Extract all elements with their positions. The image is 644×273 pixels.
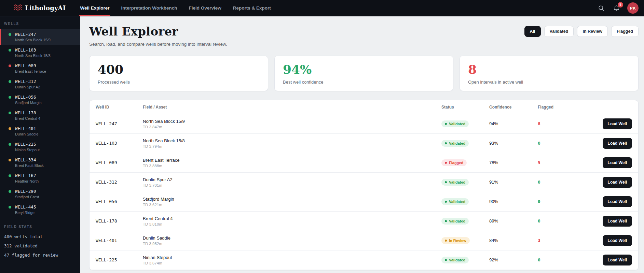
filter-button[interactable]: All xyxy=(524,26,541,37)
sidebar-well-item[interactable]: WELL-225 Ninian Stepout xyxy=(0,139,80,155)
well-meta: WELL-178 Brent Central 4 xyxy=(15,110,40,120)
filter-button[interactable]: In Review xyxy=(577,26,608,37)
load-well-button[interactable]: Load Well xyxy=(603,216,632,227)
cell-action: Load Well xyxy=(599,138,632,149)
nav-item[interactable]: Reports & Export xyxy=(233,0,271,16)
cell-confidence: 84% xyxy=(489,238,538,243)
well-status-dot xyxy=(9,174,11,177)
sidebar-well-item[interactable]: WELL-089 Brent East Terrace xyxy=(0,60,80,76)
cell-status: Validated xyxy=(441,178,489,186)
field-stat-line: 312 validated xyxy=(4,241,76,250)
notifications-button[interactable]: 8 xyxy=(612,3,621,13)
cell-confidence: 92% xyxy=(489,257,538,262)
page-header: Well Explorer Search, load, and compare … xyxy=(89,25,639,47)
well-meta: WELL-089 Brent East Terrace xyxy=(15,63,46,73)
status-pill-label: In Review xyxy=(449,239,466,243)
sidebar-well-item[interactable]: WELL-247 North Sea Block 15/9 xyxy=(0,29,80,45)
filter-button[interactable]: Validated xyxy=(544,26,574,37)
well-meta: WELL-334 Brent Fault Block xyxy=(15,157,44,168)
sidebar-well-item[interactable]: WELL-178 Brent Central 4 xyxy=(0,107,80,123)
cell-field-asset: Statfjord Margin TD 3,621m xyxy=(143,197,441,207)
well-id: WELL-056 xyxy=(15,95,42,100)
nav-item[interactable]: Well Explorer xyxy=(80,0,109,16)
nav-item-label: Well Explorer xyxy=(80,5,109,11)
well-id: WELL-247 xyxy=(15,32,51,37)
status-pill: Validated xyxy=(441,140,469,147)
notification-badge: 8 xyxy=(618,2,623,8)
brand[interactable]: LithologyAI xyxy=(14,0,66,16)
well-id: WELL-290 xyxy=(15,189,39,194)
nav-item[interactable]: Interpretation Workbench xyxy=(121,0,177,16)
sidebar-well-item[interactable]: WELL-401 Dunlin Saddle xyxy=(0,123,80,139)
load-well-button[interactable]: Load Well xyxy=(603,196,632,207)
status-pill-label: Flagged xyxy=(449,161,463,165)
field-total-depth: TD 3,888m xyxy=(143,164,441,168)
cell-confidence: 94% xyxy=(489,121,538,126)
field-stat-line: 47 flagged for review xyxy=(4,250,76,260)
load-well-button[interactable]: Load Well xyxy=(603,177,632,188)
sidebar-well-item[interactable]: WELL-334 Brent Fault Block xyxy=(0,155,80,170)
cell-field-asset: North Sea Block 15/9 TD 3,847m xyxy=(143,119,441,129)
nav-item[interactable]: Field Overview xyxy=(189,0,221,16)
status-pill-label: Validated xyxy=(449,200,465,204)
load-well-button[interactable]: Load Well xyxy=(603,118,632,129)
status-pill-label: Validated xyxy=(449,258,465,262)
well-id: WELL-225 xyxy=(15,142,40,147)
filter-button[interactable]: Flagged xyxy=(611,26,639,37)
well-status-dot xyxy=(9,112,11,114)
cell-field-asset: Dunlin Spur A2 TD 3,701m xyxy=(143,177,441,187)
status-pill: Validated xyxy=(441,218,469,225)
table-row: WELL-103 North Sea Block 15/8 TD 3,794m … xyxy=(90,134,638,153)
status-pill-label: Validated xyxy=(449,180,465,184)
status-pill: Validated xyxy=(441,198,469,205)
sidebar-well-item[interactable]: WELL-056 Statfjord Margin xyxy=(0,92,80,107)
load-well-button[interactable]: Load Well xyxy=(603,138,632,149)
user-avatar[interactable]: PK xyxy=(627,2,639,14)
search-button[interactable] xyxy=(597,3,606,13)
column-header-well-id: Well ID xyxy=(96,105,143,110)
cell-well-id: WELL-103 xyxy=(96,141,143,146)
field-stat-line: 400 wells total xyxy=(4,232,76,241)
status-pill-dot xyxy=(445,201,447,203)
brand-name: LithologyAI xyxy=(25,4,66,12)
load-well-button[interactable]: Load Well xyxy=(603,235,632,246)
table-row: WELL-312 Dunlin Spur A2 TD 3,701m Valida… xyxy=(90,173,638,192)
nav-item-label: Reports & Export xyxy=(233,5,271,11)
sidebar-well-item[interactable]: WELL-445 Beryl Ridge xyxy=(0,202,80,217)
cell-action: Load Well xyxy=(599,196,632,207)
well-meta: WELL-056 Statfjord Margin xyxy=(15,95,42,105)
table-row: WELL-401 Dunlin Saddle TD 3,952m In Revi… xyxy=(90,231,638,250)
status-pill-label: Validated xyxy=(449,141,465,145)
cell-status: Validated xyxy=(441,140,489,147)
cell-action: Load Well xyxy=(599,216,632,227)
field-stats-label: FIELD STATS xyxy=(0,225,80,229)
load-well-button[interactable]: Load Well xyxy=(603,157,632,168)
cell-status: Validated xyxy=(441,256,489,263)
cell-status: Validated xyxy=(441,198,489,205)
stat-card: 94% Best well confidence xyxy=(274,56,453,91)
stat-card: 8 Open intervals in active well xyxy=(460,56,639,91)
sidebar-well-item[interactable]: WELL-290 Statfjord Crest xyxy=(0,186,80,202)
field-asset-name: Brent East Terrace xyxy=(143,158,441,163)
cell-confidence: 78% xyxy=(489,160,538,165)
load-well-button[interactable]: Load Well xyxy=(603,255,632,265)
status-pill: Validated xyxy=(441,120,469,127)
app-root: LithologyAI Well Explorer Interpretation… xyxy=(0,0,644,273)
well-field-name: Statfjord Margin xyxy=(15,101,42,105)
sidebar-well-item[interactable]: WELL-167 Heather North xyxy=(0,170,80,186)
status-pill-dot xyxy=(445,240,447,242)
wells-table: Well ID Field / Asset Status Confidence … xyxy=(89,100,639,270)
cell-action: Load Well xyxy=(599,157,632,168)
table-header-row: Well ID Field / Asset Status Confidence … xyxy=(90,100,638,114)
nav-item-label: Field Overview xyxy=(189,5,221,11)
status-filter-group: All Validated In Review Flagged xyxy=(524,26,639,37)
well-status-dot xyxy=(9,80,11,83)
well-id: WELL-401 xyxy=(15,126,39,131)
sidebar-well-item[interactable]: WELL-103 North Sea Block 15/8 xyxy=(0,45,80,60)
table-row: WELL-056 Statfjord Margin TD 3,621m Vali… xyxy=(90,192,638,212)
cell-action: Load Well xyxy=(599,177,632,188)
sidebar-well-item[interactable]: WELL-312 Dunlin Spur A2 xyxy=(0,76,80,92)
cell-well-id: WELL-089 xyxy=(96,160,143,165)
waves-logo-icon xyxy=(14,4,22,12)
stat-card-label: Open intervals in active well xyxy=(468,80,630,85)
